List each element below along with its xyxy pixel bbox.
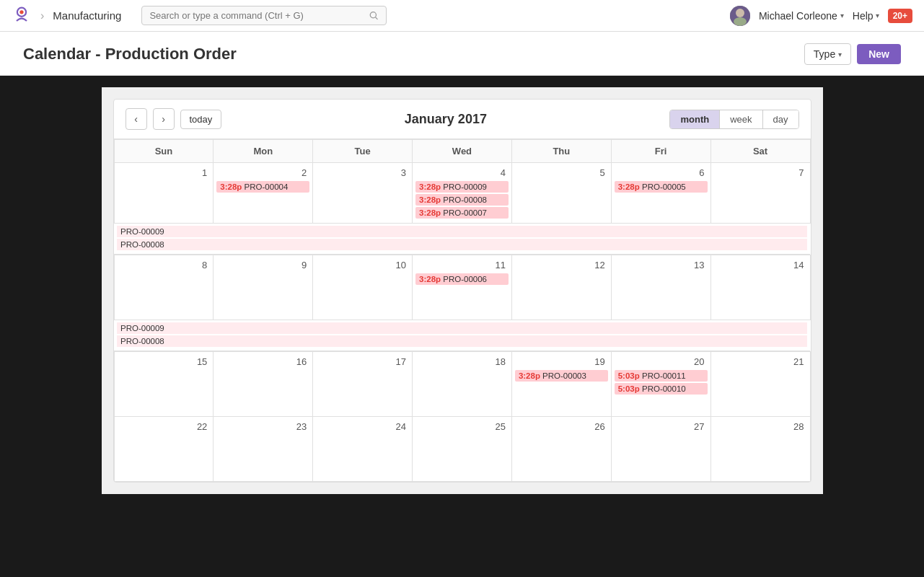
- week-view-button[interactable]: week: [719, 110, 762, 128]
- day-number: 19: [515, 355, 608, 370]
- day-cell[interactable]: 22: [114, 417, 214, 482]
- day-cell[interactable]: 24: [313, 417, 413, 482]
- app-logo[interactable]: [12, 6, 32, 26]
- calendar-event[interactable]: 3:28p PRO-00004: [216, 181, 309, 193]
- calendar-event[interactable]: 3:28p PRO-00008: [415, 194, 509, 206]
- search-input[interactable]: [149, 10, 365, 21]
- day-number: 3: [316, 166, 409, 181]
- header-mon: Mon: [214, 140, 313, 163]
- day-cell[interactable]: 23: [214, 417, 313, 482]
- svg-point-2: [370, 12, 376, 17]
- header-sun: Sun: [114, 140, 214, 163]
- day-cell[interactable]: 16: [214, 352, 313, 417]
- spanning-event[interactable]: PRO-00009: [117, 322, 807, 334]
- spanning-event[interactable]: PRO-00009: [117, 226, 807, 237]
- next-button[interactable]: ›: [153, 108, 175, 130]
- header-actions: Type ▾ New: [804, 43, 901, 65]
- type-button[interactable]: Type ▾: [804, 43, 851, 65]
- header-sat: Sat: [710, 140, 810, 163]
- user-menu[interactable]: Michael Corleone ▾: [759, 10, 844, 22]
- new-button[interactable]: New: [857, 44, 901, 64]
- user-dropdown-arrow: ▾: [840, 12, 844, 19]
- day-cell[interactable]: 2 3:28p PRO-00004: [214, 163, 313, 224]
- help-menu[interactable]: Help ▾: [853, 10, 879, 22]
- day-headers: Sun Mon Tue Wed Thu Fri Sat: [114, 140, 810, 163]
- day-cell[interactable]: 20 5:03p PRO-00011 5:03p PRO-00010: [611, 352, 710, 417]
- svg-point-5: [736, 9, 744, 17]
- help-dropdown-arrow: ▾: [876, 12, 879, 19]
- day-cell[interactable]: 10: [313, 255, 413, 320]
- calendar-event[interactable]: 3:28p PRO-00003: [515, 370, 608, 382]
- day-cell[interactable]: 26: [511, 417, 611, 482]
- day-number: 20: [615, 355, 708, 370]
- day-number: 9: [216, 258, 309, 273]
- day-cell[interactable]: 14: [710, 255, 810, 320]
- day-number: 13: [615, 258, 708, 273]
- avatar[interactable]: [730, 6, 750, 26]
- spanning-events-row: PRO-00009 PRO-00008: [114, 224, 810, 255]
- header-wed: Wed: [413, 140, 512, 163]
- day-cell[interactable]: 15: [114, 352, 214, 417]
- day-cell[interactable]: 11 3:28p PRO-00006: [413, 255, 512, 320]
- day-cell[interactable]: 4 3:28p PRO-00009 3:28p PRO-00008 3:28p …: [413, 163, 512, 224]
- notifications-badge[interactable]: 20+: [888, 9, 912, 23]
- day-cell[interactable]: 6 3:28p PRO-00005: [611, 163, 710, 224]
- spanning-event[interactable]: PRO-00008: [117, 239, 807, 250]
- day-cell[interactable]: 1: [114, 163, 214, 224]
- prev-button[interactable]: ‹: [126, 108, 147, 130]
- day-number: 18: [415, 355, 509, 370]
- calendar-title: January 2017: [227, 112, 664, 127]
- page-header: Calendar - Production Order Type ▾ New: [0, 32, 924, 76]
- spanning-events-row: PRO-00009 PRO-00008: [114, 320, 810, 352]
- search-icon: [369, 11, 379, 21]
- week-row: 15 16 17 18 19 3:28p PRO: [114, 352, 810, 417]
- day-cell[interactable]: 9: [214, 255, 313, 320]
- span-event-pro9: PRO-00009 PRO-00008: [114, 224, 810, 254]
- header-thu: Thu: [511, 140, 611, 163]
- calendar-event[interactable]: 5:03p PRO-00011: [615, 370, 708, 382]
- day-number: 1: [118, 166, 211, 181]
- day-number: 23: [216, 420, 309, 435]
- day-number: 10: [316, 258, 409, 273]
- week-row: PRO-00009 PRO-00008: [114, 320, 810, 352]
- day-cell[interactable]: 5: [511, 163, 611, 224]
- calendar-event[interactable]: 3:28p PRO-00007: [415, 207, 509, 219]
- day-cell[interactable]: 8: [114, 255, 214, 320]
- day-number: 17: [316, 355, 409, 370]
- nav-separator: ›: [40, 9, 44, 22]
- day-cell[interactable]: 18: [413, 352, 512, 417]
- calendar-event[interactable]: 3:28p PRO-00006: [415, 273, 509, 285]
- day-number: 14: [714, 258, 807, 273]
- day-cell[interactable]: 7: [710, 163, 810, 224]
- calendar-event[interactable]: 3:28p PRO-00009: [415, 181, 509, 193]
- day-cell[interactable]: 28: [710, 417, 810, 482]
- week-row: 8 9 10 11 3:28p PRO-00006: [114, 255, 810, 320]
- calendar-event[interactable]: 3:28p PRO-00005: [615, 181, 708, 193]
- week-row: 1 2 3:28p PRO-00004 3 4 3:28p P: [114, 163, 810, 224]
- calendar-grid: Sun Mon Tue Wed Thu Fri Sat 1 2: [114, 139, 811, 482]
- svg-line-3: [376, 17, 378, 19]
- day-cell[interactable]: 13: [611, 255, 710, 320]
- day-number: 4: [415, 166, 509, 181]
- month-view-button[interactable]: month: [670, 110, 719, 128]
- day-cell[interactable]: 19 3:28p PRO-00003: [511, 352, 611, 417]
- day-view-button[interactable]: day: [762, 110, 798, 128]
- search-bar[interactable]: [141, 6, 387, 25]
- day-number: 12: [515, 258, 608, 273]
- navbar: › Manufacturing Michael Corleone ▾ Help …: [0, 0, 924, 32]
- day-cell[interactable]: 17: [313, 352, 413, 417]
- day-cell[interactable]: 27: [611, 417, 710, 482]
- day-cell[interactable]: 12: [511, 255, 611, 320]
- nav-module[interactable]: Manufacturing: [53, 9, 121, 22]
- day-cell[interactable]: 25: [413, 417, 512, 482]
- day-cell[interactable]: 21: [710, 352, 810, 417]
- today-button[interactable]: today: [180, 110, 222, 129]
- page-title: Calendar - Production Order: [23, 45, 237, 63]
- spanning-event[interactable]: PRO-00008: [117, 335, 807, 347]
- view-switcher: month week day: [669, 110, 798, 129]
- nav-right: Michael Corleone ▾ Help ▾ 20+: [730, 6, 912, 26]
- svg-point-1: [19, 10, 23, 14]
- svg-point-6: [734, 17, 747, 26]
- calendar-event[interactable]: 5:03p PRO-00010: [615, 383, 708, 395]
- day-cell[interactable]: 3: [313, 163, 413, 224]
